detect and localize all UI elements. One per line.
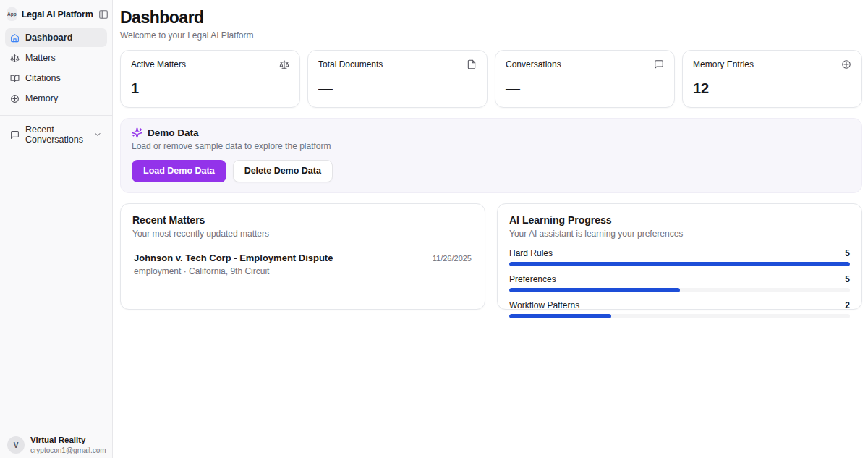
user-email: cryptocon1@gmail.com bbox=[30, 446, 106, 455]
app-title: Legal AI Platform bbox=[22, 9, 93, 20]
matter-date: 11/26/2025 bbox=[433, 254, 472, 263]
progress-label: Preferences bbox=[509, 274, 556, 284]
progress-value: 5 bbox=[845, 248, 850, 258]
stats-row: Active Matters 1 Total Documents — bbox=[120, 50, 862, 108]
recent-conversations-header[interactable]: Recent Conversations bbox=[5, 122, 107, 148]
home-icon bbox=[10, 33, 20, 43]
sidebar-item-dashboard[interactable]: Dashboard bbox=[5, 28, 107, 47]
recent-conversations-label: Recent Conversations bbox=[25, 124, 88, 145]
matter-list-item[interactable]: Johnson v. Tech Corp - Employment Disput… bbox=[132, 251, 473, 278]
app-root: App Legal AI Platform Dashboard Matters … bbox=[0, 0, 868, 458]
sidebar-item-matters[interactable]: Matters bbox=[5, 48, 107, 67]
progress-row-preferences: Preferences 5 bbox=[509, 274, 850, 292]
ai-learning-progress-panel: AI Learning Progress Your AI assistant i… bbox=[497, 203, 862, 310]
load-demo-data-button[interactable]: Load Demo Data bbox=[132, 160, 226, 182]
book-icon bbox=[10, 74, 20, 83]
chat-icon bbox=[10, 130, 20, 140]
recent-matters-subtitle: Your most recently updated matters bbox=[132, 229, 473, 239]
page-subtitle: Welcome to your Legal AI Platform bbox=[120, 30, 862, 41]
bottom-panels: Recent Matters Your most recently update… bbox=[120, 203, 862, 310]
progress-bar bbox=[509, 262, 850, 266]
sidebar-item-label: Dashboard bbox=[25, 33, 72, 43]
sidebar-item-citations[interactable]: Citations bbox=[5, 69, 107, 88]
stat-card-conversations: Conversations — bbox=[495, 50, 675, 108]
document-icon bbox=[467, 59, 477, 69]
delete-demo-data-button[interactable]: Delete Demo Data bbox=[233, 160, 333, 182]
matter-meta: employment · California, 9th Circuit bbox=[134, 266, 333, 276]
stat-value: 1 bbox=[131, 80, 289, 97]
stat-card-active-matters: Active Matters 1 bbox=[120, 50, 300, 108]
sidebar-item-label: Memory bbox=[25, 93, 58, 103]
demo-data-section: Demo Data Load or remove sample data to … bbox=[120, 118, 862, 193]
stat-card-memory-entries: Memory Entries 12 bbox=[682, 50, 862, 108]
demo-data-description: Load or remove sample data to explore th… bbox=[132, 141, 851, 151]
avatar: V bbox=[7, 436, 25, 454]
user-menu[interactable]: V Virtual Reality cryptocon1@gmail.com bbox=[0, 425, 112, 458]
stat-value: — bbox=[318, 80, 477, 97]
stat-value: — bbox=[506, 80, 664, 97]
sidebar-item-label: Citations bbox=[25, 73, 61, 83]
progress-bar bbox=[509, 314, 850, 318]
stat-label: Conversations bbox=[506, 59, 561, 69]
progress-row-workflow-patterns: Workflow Patterns 2 bbox=[509, 300, 850, 318]
progress-value: 2 bbox=[845, 300, 850, 310]
progress-value: 5 bbox=[845, 274, 850, 284]
sidebar-item-label: Matters bbox=[25, 53, 56, 63]
progress-label: Workflow Patterns bbox=[509, 300, 579, 310]
progress-row-hard-rules: Hard Rules 5 bbox=[509, 248, 850, 266]
sidebar-item-memory[interactable]: Memory bbox=[5, 89, 107, 108]
chevron-down-icon[interactable] bbox=[93, 130, 102, 139]
progress-label: Hard Rules bbox=[509, 248, 553, 258]
progress-bar bbox=[509, 288, 850, 292]
scales-icon bbox=[279, 59, 289, 69]
panel-toggle-icon[interactable] bbox=[98, 9, 109, 20]
page-title: Dashboard bbox=[120, 8, 862, 27]
recent-matters-title: Recent Matters bbox=[132, 214, 473, 226]
matter-title: Johnson v. Tech Corp - Employment Disput… bbox=[134, 253, 333, 263]
memory-icon bbox=[841, 59, 851, 69]
stat-card-total-documents: Total Documents — bbox=[307, 50, 488, 108]
scales-icon bbox=[10, 54, 20, 63]
demo-data-title: Demo Data bbox=[148, 127, 199, 138]
stat-label: Memory Entries bbox=[693, 59, 754, 69]
sidebar-header: App Legal AI Platform bbox=[5, 6, 107, 28]
stat-value: 12 bbox=[693, 80, 851, 97]
user-name: Virtual Reality bbox=[30, 435, 106, 446]
stat-label: Total Documents bbox=[318, 59, 383, 69]
learning-progress-subtitle: Your AI assistant is learning your prefe… bbox=[509, 229, 850, 239]
app-logo: App bbox=[7, 7, 17, 21]
recent-matters-panel: Recent Matters Your most recently update… bbox=[120, 203, 485, 310]
chat-icon bbox=[654, 59, 664, 69]
main-content: Dashboard Welcome to your Legal AI Platf… bbox=[113, 0, 868, 458]
sidebar: App Legal AI Platform Dashboard Matters … bbox=[0, 0, 113, 458]
memory-icon bbox=[10, 94, 20, 103]
learning-progress-title: AI Learning Progress bbox=[509, 214, 850, 226]
sidebar-divider bbox=[0, 115, 112, 116]
sparkles-icon bbox=[132, 127, 142, 138]
stat-label: Active Matters bbox=[131, 59, 186, 69]
